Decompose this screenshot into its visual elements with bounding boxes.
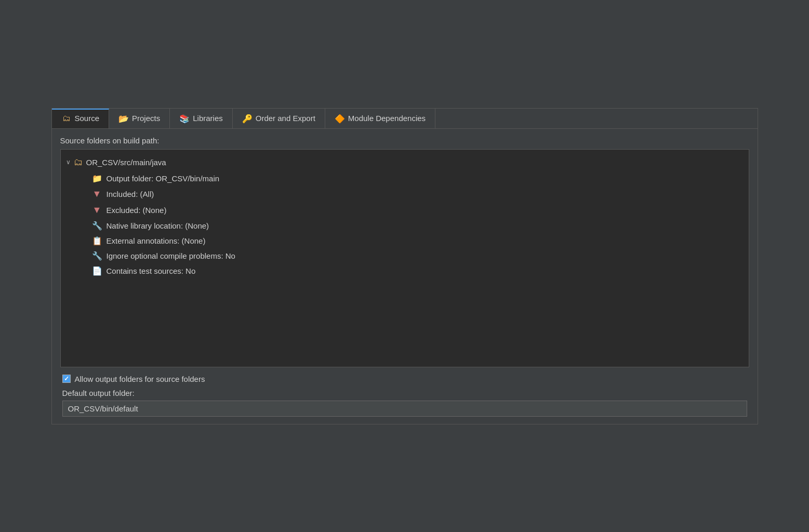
- default-output-input[interactable]: [62, 401, 747, 417]
- tree-item-native-lib[interactable]: 🔧 Native library location: (None): [87, 218, 749, 233]
- checkbox-label: Allow output folders for source folders: [75, 375, 205, 383]
- tab-bar: 🗂 Source 📂 Projects 📚 Libraries 🔑 Order …: [52, 109, 758, 129]
- tree-item-output-folder[interactable]: 📁 Output folder: OR_CSV/bin/main: [87, 171, 749, 186]
- tab-order-export[interactable]: 🔑 Order and Export: [233, 109, 325, 128]
- tree-root-label: OR_CSV/src/main/java: [86, 158, 166, 167]
- tree-item-test-sources[interactable]: 📄 Contains test sources: No: [87, 263, 749, 278]
- tab-libraries[interactable]: 📚 Libraries: [170, 109, 233, 128]
- default-output-label: Default output folder:: [62, 389, 747, 397]
- source-tab-icon: 🗂: [61, 114, 72, 123]
- chevron-icon[interactable]: ∨: [66, 158, 71, 166]
- native-lib-icon: 🔧: [92, 221, 102, 231]
- libraries-tab-icon: 📚: [179, 114, 190, 123]
- section-label: Source folders on build path:: [60, 136, 749, 145]
- test-sources-icon: 📄: [92, 266, 102, 276]
- tree-item-output-folder-label: Output folder: OR_CSV/bin/main: [107, 174, 220, 183]
- tree-item-test-sources-label: Contains test sources: No: [107, 267, 196, 275]
- allow-output-checkbox[interactable]: [62, 375, 71, 383]
- checkbox-row: Allow output folders for source folders: [62, 375, 747, 383]
- tree-item-ignore-compile-label: Ignore optional compile problems: No: [107, 251, 235, 260]
- tab-projects-label: Projects: [132, 114, 160, 123]
- tree-item-ignore-compile[interactable]: 🔧 Ignore optional compile problems: No: [87, 248, 749, 263]
- order-tab-icon: 🔑: [242, 114, 253, 123]
- content-area: Source folders on build path: ∨ 🗂 OR_CSV…: [52, 129, 758, 424]
- ignore-compile-icon: 🔧: [92, 251, 102, 261]
- tree-panel: ∨ 🗂 OR_CSV/src/main/java 📁 Output folder…: [60, 149, 749, 367]
- module-tab-icon: 🔶: [335, 114, 345, 123]
- tree-item-included-label: Included: (All): [107, 190, 154, 198]
- tree-children: 📁 Output folder: OR_CSV/bin/main ▼ Inclu…: [61, 171, 749, 278]
- ext-annotation-icon: 📋: [92, 236, 102, 246]
- tab-module-deps[interactable]: 🔶 Module Dependencies: [325, 109, 435, 128]
- tab-libraries-label: Libraries: [193, 114, 223, 123]
- dialog-container: 🗂 Source 📂 Projects 📚 Libraries 🔑 Order …: [51, 108, 758, 424]
- tree-item-excluded-label: Excluded: (None): [107, 206, 167, 215]
- tree-item-ext-annotations[interactable]: 📋 External annotations: (None): [87, 233, 749, 248]
- bottom-section: Allow output folders for source folders …: [60, 375, 749, 417]
- tree-root[interactable]: ∨ 🗂 OR_CSV/src/main/java: [61, 154, 749, 171]
- tree-item-ext-annotations-label: External annotations: (None): [107, 236, 206, 245]
- projects-tab-icon: 📂: [118, 114, 129, 123]
- included-icon: ▼: [92, 189, 102, 200]
- tree-item-included[interactable]: ▼ Included: (All): [87, 186, 749, 202]
- tab-projects[interactable]: 📂 Projects: [109, 109, 170, 128]
- tree-item-native-lib-label: Native library location: (None): [107, 221, 209, 230]
- source-folder-icon: 🗂: [74, 157, 83, 168]
- tab-order-label: Order and Export: [256, 114, 315, 123]
- tab-module-label: Module Dependencies: [348, 114, 426, 123]
- output-folder-icon: 📁: [92, 174, 102, 183]
- tree-item-excluded[interactable]: ▼ Excluded: (None): [87, 202, 749, 218]
- tab-source-label: Source: [75, 114, 100, 123]
- tab-source[interactable]: 🗂 Source: [52, 109, 110, 128]
- excluded-icon: ▼: [92, 205, 102, 216]
